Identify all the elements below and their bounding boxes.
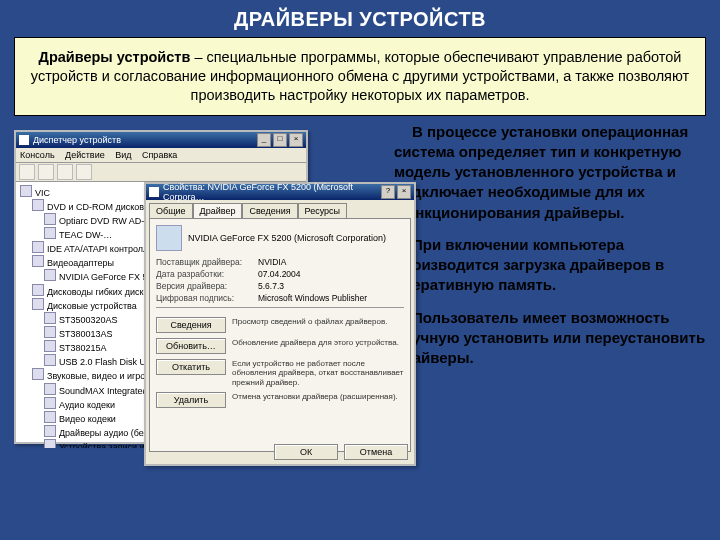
- props-panel: NVIDIA GeForce FX 5200 (Microsoft Corpor…: [149, 218, 411, 452]
- info-value: 5.6.7.3: [258, 281, 284, 291]
- paragraph-1: В процессе установки операционная систем…: [394, 122, 706, 223]
- info-label: Версия драйвера:: [156, 281, 258, 291]
- device-icon: [44, 269, 56, 281]
- info-value: NVIDIA: [258, 257, 286, 267]
- driver-action-row: УдалитьОтмена установки драйвера (расшир…: [156, 392, 404, 408]
- driver-action-desc: Отмена установки драйвера (расширенная).: [232, 392, 404, 402]
- tab-general[interactable]: Общие: [149, 203, 193, 218]
- driver-action-button[interactable]: Обновить…: [156, 338, 226, 354]
- paragraph-2: При включении компьютера производится за…: [394, 235, 706, 296]
- menu-console[interactable]: Консоль: [20, 150, 55, 160]
- driver-action-button[interactable]: Откатить: [156, 359, 226, 375]
- driver-action-button[interactable]: Сведения: [156, 317, 226, 333]
- minimize-button[interactable]: _: [257, 133, 271, 147]
- driver-action-desc: Обновление драйвера для этого устройства…: [232, 338, 404, 348]
- device-icon: [44, 425, 56, 437]
- toolbar: [16, 163, 306, 182]
- device-icon: [44, 397, 56, 409]
- device-icon: [44, 213, 56, 225]
- app-icon: [19, 135, 29, 145]
- tree-item-label: ST380215A: [59, 343, 107, 353]
- device-icon: [32, 199, 44, 211]
- right-text-block: В процессе установки операционная систем…: [394, 122, 706, 452]
- tree-item-label: ST380013AS: [59, 329, 113, 339]
- computer-icon: [20, 185, 32, 197]
- device-icon: [32, 255, 44, 267]
- tab-details[interactable]: Сведения: [242, 203, 297, 218]
- paragraph-3: Пользователь имеет возможность вручную у…: [394, 308, 706, 369]
- device-icon: [44, 383, 56, 395]
- info-label: Поставщик драйвера:: [156, 257, 258, 267]
- device-icon: [44, 354, 56, 366]
- driver-action-button[interactable]: Удалить: [156, 392, 226, 408]
- props-close-button[interactable]: ×: [397, 185, 411, 199]
- tb-fwd-icon[interactable]: [38, 164, 54, 180]
- tree-item-label: Видео кодеки: [59, 414, 116, 424]
- ok-button[interactable]: ОК: [274, 444, 338, 460]
- driver-action-desc: Просмотр сведений о файлах драйверов.: [232, 317, 404, 327]
- info-value: Microsoft Windows Publisher: [258, 293, 367, 303]
- menu-action[interactable]: Действие: [65, 150, 105, 160]
- menu-bar: Консоль Действие Вид Справка: [16, 148, 306, 163]
- definition-term: Драйверы устройств: [39, 49, 191, 65]
- driver-action-row: СведенияПросмотр сведений о файлах драйв…: [156, 317, 404, 333]
- tree-item-label: Дисковые устройства: [47, 301, 137, 311]
- cancel-button[interactable]: Отмена: [344, 444, 408, 460]
- driver-action-row: Обновить…Обновление драйвера для этого у…: [156, 338, 404, 354]
- device-icon: [32, 284, 44, 296]
- props-titlebar: Свойства: NVIDIA GeForce FX 5200 (Micros…: [146, 184, 414, 200]
- tree-item-label: Дисководы гибких дисков: [47, 287, 153, 297]
- device-name: NVIDIA GeForce FX 5200 (Microsoft Corpor…: [188, 233, 386, 243]
- info-label: Дата разработки:: [156, 269, 258, 279]
- device-icon: [44, 326, 56, 338]
- driver-action-row: ОткатитьЕсли устройство не работает посл…: [156, 359, 404, 388]
- device-icon: [44, 439, 56, 447]
- props-help-button[interactable]: ?: [381, 185, 395, 199]
- devmgr-title: Диспетчер устройств: [33, 135, 255, 145]
- tree-item-label: TEAC DW-…: [59, 230, 112, 240]
- device-icon: [44, 312, 56, 324]
- tb-back-icon[interactable]: [19, 164, 35, 180]
- info-value: 07.04.2004: [258, 269, 301, 279]
- slide-title: ДРАЙВЕРЫ УСТРОЙСТВ: [0, 0, 720, 37]
- dialog-icon: [149, 187, 159, 197]
- props-title: Свойства: NVIDIA GeForce FX 5200 (Micros…: [163, 182, 379, 202]
- props-tabs: Общие Драйвер Сведения Ресурсы: [149, 203, 411, 218]
- maximize-button[interactable]: □: [273, 133, 287, 147]
- driver-action-desc: Если устройство не работает после обновл…: [232, 359, 404, 388]
- info-label: Цифровая подпись:: [156, 293, 258, 303]
- tb-refresh-icon[interactable]: [76, 164, 92, 180]
- device-icon: [32, 298, 44, 310]
- driver-info-row: Версия драйвера:5.6.7.3: [156, 281, 404, 291]
- device-icon: [44, 411, 56, 423]
- tb-props-icon[interactable]: [57, 164, 73, 180]
- device-icon: [32, 368, 44, 380]
- menu-view[interactable]: Вид: [115, 150, 131, 160]
- tree-item-label: Видеоадаптеры: [47, 258, 114, 268]
- menu-help[interactable]: Справка: [142, 150, 177, 160]
- tree-item-label: Аудио кодеки: [59, 400, 115, 410]
- driver-info-row: Дата разработки:07.04.2004: [156, 269, 404, 279]
- screenshots-area: Диспетчер устройств _ □ × Консоль Действ…: [14, 122, 384, 452]
- driver-properties-dialog: Свойства: NVIDIA GeForce FX 5200 (Micros…: [144, 182, 416, 466]
- definition-box: Драйверы устройств – специальные програм…: [14, 37, 706, 116]
- devmgr-titlebar: Диспетчер устройств _ □ ×: [16, 132, 306, 148]
- tree-root: VIC: [35, 188, 50, 198]
- tab-driver[interactable]: Драйвер: [193, 203, 243, 218]
- close-button[interactable]: ×: [289, 133, 303, 147]
- device-icon: [32, 241, 44, 253]
- device-icon: [44, 227, 56, 239]
- tree-item-label: ST3500320AS: [59, 315, 118, 325]
- device-icon: [156, 225, 182, 251]
- device-icon: [44, 340, 56, 352]
- driver-info-row: Поставщик драйвера:NVIDIA: [156, 257, 404, 267]
- driver-info-row: Цифровая подпись:Microsoft Windows Publi…: [156, 293, 404, 303]
- tab-resources[interactable]: Ресурсы: [298, 203, 348, 218]
